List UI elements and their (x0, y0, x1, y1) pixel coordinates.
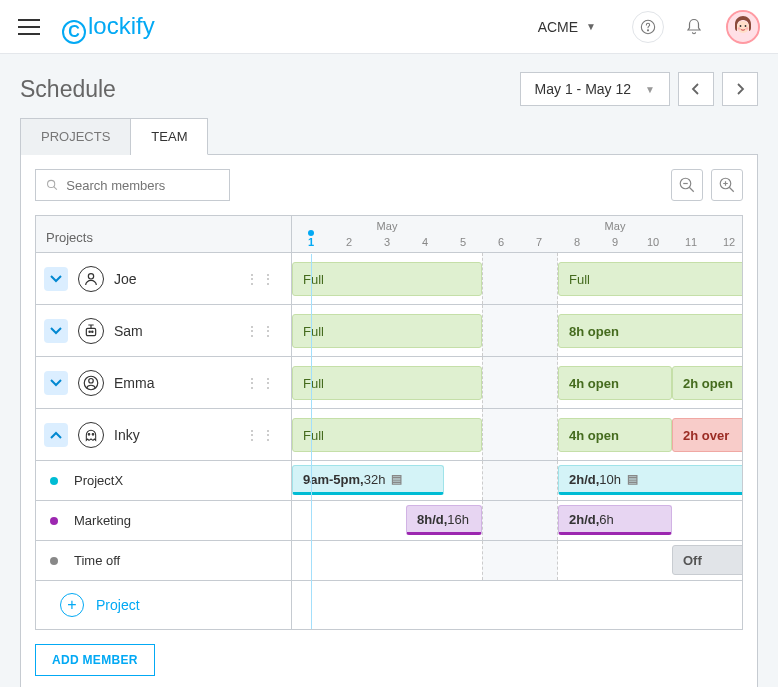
svg-point-16 (89, 378, 94, 383)
tab-team[interactable]: TEAM (131, 118, 208, 155)
add-project-button[interactable]: + Project (50, 581, 150, 629)
schedule-bar[interactable]: 8h open (558, 314, 743, 348)
project-name: Marketing (74, 513, 131, 528)
svg-point-4 (740, 25, 742, 27)
weekend-shade (482, 501, 558, 540)
svg-point-5 (745, 25, 747, 27)
month-label: May (292, 220, 482, 232)
zoom-in-button[interactable] (711, 169, 743, 201)
plus-icon: + (60, 593, 84, 617)
expand-toggle[interactable] (44, 267, 68, 291)
project-bar[interactable]: 9am-5pm, 32h▤ (292, 465, 444, 495)
add-member-button[interactable]: ADD MEMBER (35, 644, 155, 676)
schedule-bar[interactable]: 4h open (558, 366, 672, 400)
schedule-bar[interactable]: Full (292, 418, 482, 452)
weekend-shade (482, 541, 558, 580)
workspace-selector[interactable]: ACME ▼ (538, 19, 596, 35)
schedule-bar[interactable]: Full (292, 262, 482, 296)
grid-header-label: Projects (36, 216, 292, 252)
weekend-shade (482, 357, 558, 408)
schedule-bar[interactable]: Full (292, 314, 482, 348)
page-title: Schedule (20, 76, 116, 103)
project-bar[interactable]: 2h/d, 6h (558, 505, 672, 535)
menu-icon[interactable] (18, 19, 40, 35)
member-name: Inky (114, 427, 140, 443)
chevron-down-icon: ▼ (586, 21, 596, 32)
month-label: May (482, 220, 743, 232)
svg-point-18 (92, 433, 94, 435)
project-bar[interactable]: 2h/d, 10h▤ (558, 465, 743, 495)
day-header: 9 (596, 234, 634, 252)
avatar[interactable] (726, 10, 760, 44)
ghost-icon (78, 422, 104, 448)
member-name: Sam (114, 323, 143, 339)
schedule-bar[interactable]: 2h over (672, 418, 743, 452)
note-icon: ▤ (627, 472, 638, 486)
bell-icon[interactable] (678, 11, 710, 43)
brand-text: lockify (88, 12, 155, 40)
drag-handle-icon[interactable]: ⋮⋮ (245, 433, 277, 437)
expand-toggle[interactable] (44, 371, 68, 395)
expand-toggle[interactable] (44, 319, 68, 343)
project-bar[interactable]: 8h/d, 16h (406, 505, 482, 535)
drag-handle-icon[interactable]: ⋮⋮ (245, 277, 277, 281)
day-header: 11 (672, 234, 710, 252)
logo[interactable]: Clockify (62, 12, 155, 41)
svg-point-11 (88, 273, 93, 278)
weekend-shade (482, 305, 558, 356)
day-header: 7 (520, 234, 558, 252)
date-range-text: May 1 - May 12 (535, 81, 631, 97)
day-header: 1 (292, 234, 330, 252)
collapse-toggle[interactable] (44, 423, 68, 447)
project-name: Time off (74, 553, 120, 568)
svg-point-6 (738, 27, 740, 29)
search-field[interactable] (66, 178, 219, 193)
schedule-bar[interactable]: 2h open (672, 366, 743, 400)
day-header: 10 (634, 234, 672, 252)
svg-rect-12 (86, 328, 95, 335)
member-name: Joe (114, 271, 137, 287)
weekend-shade (482, 461, 558, 500)
project-dot-icon (50, 557, 58, 565)
robot-icon (78, 318, 104, 344)
project-dot-icon (50, 477, 58, 485)
svg-point-14 (92, 331, 93, 332)
schedule-bar[interactable]: 4h open (558, 418, 672, 452)
day-header: 6 (482, 234, 520, 252)
search-input[interactable] (35, 169, 230, 201)
workspace-name: ACME (538, 19, 578, 35)
svg-point-1 (647, 29, 648, 30)
next-button[interactable] (722, 72, 758, 106)
day-header: 2 (330, 234, 368, 252)
day-header: 3 (368, 234, 406, 252)
tab-projects[interactable]: PROJECTS (20, 118, 131, 155)
project-dot-icon (50, 517, 58, 525)
drag-handle-icon[interactable]: ⋮⋮ (245, 329, 277, 333)
schedule-bar[interactable]: Full (558, 262, 743, 296)
zoom-out-button[interactable] (671, 169, 703, 201)
timeoff-bar[interactable]: Off (672, 545, 743, 575)
person-icon (78, 266, 104, 292)
help-icon[interactable] (632, 11, 664, 43)
prev-button[interactable] (678, 72, 714, 106)
drag-handle-icon[interactable]: ⋮⋮ (245, 381, 277, 385)
person-outline-icon (78, 370, 104, 396)
weekend-shade (482, 409, 558, 460)
day-header: 5 (444, 234, 482, 252)
date-range-selector[interactable]: May 1 - May 12 ▼ (520, 72, 670, 106)
schedule-bar[interactable]: Full (292, 366, 482, 400)
add-project-label: Project (96, 597, 140, 613)
member-name: Emma (114, 375, 154, 391)
day-header: 4 (406, 234, 444, 252)
svg-point-13 (89, 331, 90, 332)
search-icon (46, 178, 58, 192)
svg-point-3 (737, 21, 749, 33)
project-name: ProjectX (74, 473, 123, 488)
day-header: 12 (710, 234, 743, 252)
day-header: 8 (558, 234, 596, 252)
note-icon: ▤ (391, 472, 402, 486)
weekend-shade (482, 253, 558, 304)
svg-point-8 (48, 180, 55, 187)
chevron-down-icon: ▼ (645, 84, 655, 95)
svg-point-17 (88, 433, 90, 435)
